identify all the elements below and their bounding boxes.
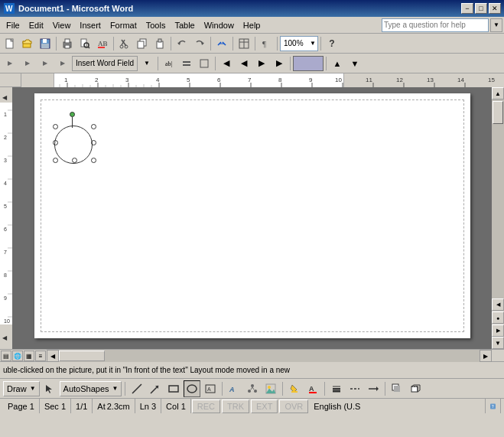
hyperlink-button[interactable]: [213, 35, 230, 52]
view-buttons[interactable]: ▤ 🌐 ▦ ≡: [0, 350, 47, 361]
tb2-fmt1[interactable]: ab|: [161, 55, 177, 72]
arrow-style-button[interactable]: [365, 380, 382, 397]
3d-button[interactable]: [407, 380, 424, 397]
tb2-nav1[interactable]: ▲: [329, 55, 346, 72]
v-scrollbar[interactable]: ▲ ◀ ● ▶ ▼: [492, 87, 504, 349]
svg-line-15: [88, 47, 89, 48]
circle-shape[interactable]: [54, 126, 93, 164]
zoom-arrow[interactable]: ▼: [310, 40, 316, 47]
ruler-corner: [0, 73, 21, 87]
insert-word-field-button[interactable]: Insert Word Field: [72, 56, 138, 71]
scroll-page-mid[interactable]: ●: [492, 311, 504, 324]
font-color-button[interactable]: A: [304, 380, 321, 397]
shadow-button[interactable]: [389, 380, 405, 397]
tb2-btn1[interactable]: ▶: [2, 55, 18, 72]
scroll-track[interactable]: [492, 99, 504, 298]
redo-button[interactable]: [191, 35, 208, 52]
close-button[interactable]: ✕: [489, 3, 501, 14]
textbox-tool[interactable]: A: [202, 380, 219, 397]
menu-view[interactable]: View: [48, 17, 76, 33]
save-button[interactable]: [37, 35, 54, 52]
status-lang: English (U.S: [309, 399, 486, 413]
insert-arrow[interactable]: ▼: [138, 55, 155, 72]
undo-button[interactable]: [174, 35, 190, 52]
scroll-down-button[interactable]: ▼: [492, 337, 504, 349]
scroll-page-prev[interactable]: ◀: [492, 298, 504, 311]
tb2-fmt7[interactable]: ▶: [271, 55, 288, 72]
menu-file[interactable]: File: [2, 17, 24, 33]
oval-tool[interactable]: [184, 380, 200, 397]
minimize-button[interactable]: −: [461, 3, 473, 14]
h-scroll-right[interactable]: ▶: [480, 350, 492, 362]
spellcheck-button[interactable]: ABC: [94, 35, 111, 52]
draw-dropdown[interactable]: Draw ▼: [3, 381, 40, 396]
scroll-page-buttons[interactable]: ◀ ● ▶: [492, 298, 504, 337]
preview-button[interactable]: [76, 35, 93, 52]
tb2-fmt5[interactable]: ◀: [236, 55, 252, 72]
tb2-nav2[interactable]: ▼: [346, 55, 363, 72]
arrow-tool[interactable]: [147, 380, 164, 397]
fill-color-button[interactable]: [286, 380, 303, 397]
line-style-button[interactable]: [328, 380, 345, 397]
scroll-thumb[interactable]: [493, 101, 503, 124]
open-button[interactable]: [19, 35, 36, 52]
new-button[interactable]: [2, 35, 18, 52]
help-button[interactable]: ?: [324, 35, 340, 52]
diagram-tool[interactable]: [244, 380, 261, 397]
h-scroll-thumb[interactable]: [59, 351, 105, 361]
copy-button[interactable]: [134, 35, 151, 52]
tb2-fmt3[interactable]: [196, 55, 213, 72]
show-hide-button[interactable]: ¶: [258, 35, 275, 52]
clipart-tool[interactable]: [262, 380, 279, 397]
web-view-btn[interactable]: 🌐: [12, 351, 23, 361]
menu-format[interactable]: Format: [106, 17, 141, 33]
rotation-handle[interactable]: [70, 112, 75, 117]
line-tool[interactable]: [128, 380, 145, 397]
drawing-object[interactable]: [50, 115, 103, 168]
svg-rect-11: [65, 39, 70, 43]
svg-text:A: A: [309, 385, 314, 393]
handle-bl[interactable]: [53, 158, 58, 163]
print-button[interactable]: [59, 35, 76, 52]
help-search-arrow[interactable]: ▼: [490, 18, 502, 32]
cut-button[interactable]: [116, 35, 133, 52]
paste-button[interactable]: [151, 35, 168, 52]
wordart-tool[interactable]: A: [226, 380, 242, 397]
tb2-fmt6[interactable]: ▶: [253, 55, 270, 72]
h-scroll-track[interactable]: [59, 350, 480, 362]
handle-tl[interactable]: [53, 124, 58, 129]
draw-arrow[interactable]: ▼: [30, 385, 36, 392]
maximize-button[interactable]: □: [475, 3, 487, 14]
normal-view-btn[interactable]: ▤: [1, 351, 11, 361]
tb2-btn3[interactable]: ▶: [37, 55, 54, 72]
scroll-up-button[interactable]: ▲: [492, 87, 504, 99]
menu-window[interactable]: Window: [200, 17, 239, 33]
menu-table[interactable]: Table: [170, 17, 199, 33]
scroll-page-next[interactable]: ▶: [492, 324, 504, 337]
h-scroll-left[interactable]: ◀: [47, 350, 59, 362]
table-button[interactable]: [236, 35, 252, 52]
window-controls[interactable]: − □ ✕: [461, 3, 501, 14]
document-area: [12, 87, 492, 349]
handle-br[interactable]: [91, 158, 96, 163]
autoshapes-dropdown[interactable]: AutoShapes ▼: [60, 381, 122, 396]
tb2-fmt2[interactable]: [178, 55, 195, 72]
tb2-btn4[interactable]: ▶: [54, 55, 71, 72]
svg-text:9: 9: [309, 77, 313, 83]
zoom-dropdown[interactable]: 100% ▼: [280, 36, 318, 51]
menu-edit[interactable]: Edit: [24, 17, 48, 33]
tb2-btn2[interactable]: ▶: [19, 55, 36, 72]
outline-view-btn[interactable]: ≡: [35, 351, 46, 361]
menu-tools[interactable]: Tools: [141, 17, 171, 33]
dash-style-button[interactable]: [346, 380, 363, 397]
tb2-fmt4[interactable]: ◀: [218, 55, 235, 72]
rectangle-tool[interactable]: [165, 380, 182, 397]
menu-insert[interactable]: Insert: [75, 17, 106, 33]
autoshapes-arrow[interactable]: ▼: [112, 385, 119, 392]
print-view-btn[interactable]: ▦: [24, 351, 34, 361]
help-search-input[interactable]: [382, 18, 489, 32]
status-help-icon[interactable]: ?: [486, 399, 501, 413]
handle-tr[interactable]: [91, 124, 96, 129]
select-tool[interactable]: [41, 380, 58, 397]
menu-help[interactable]: Help: [239, 17, 265, 33]
